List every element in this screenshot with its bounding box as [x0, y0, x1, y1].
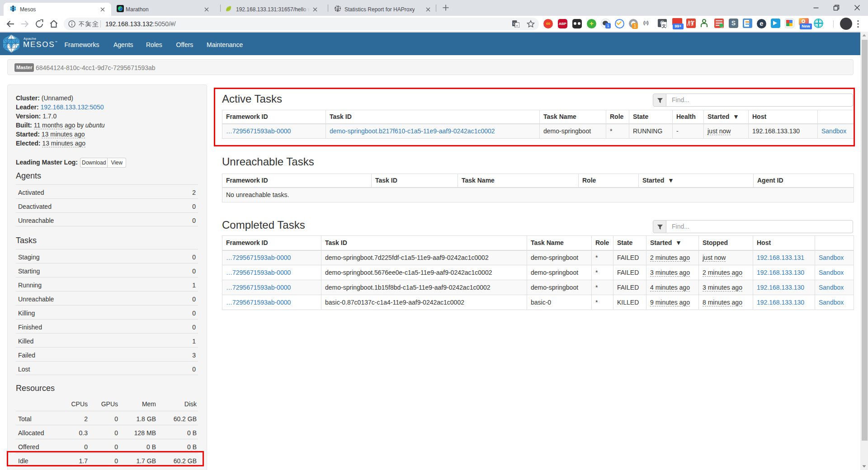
- svg-text:x: x: [516, 24, 518, 28]
